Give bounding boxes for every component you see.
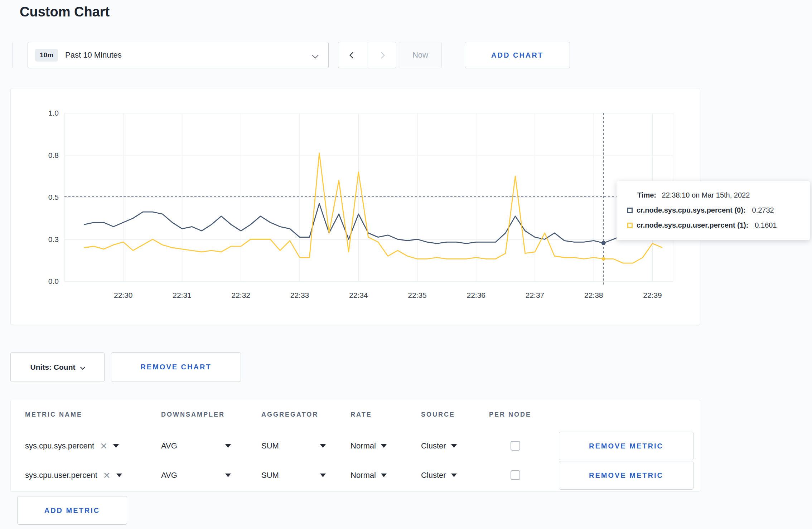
- col-header-per-node: PER NODE: [489, 411, 531, 418]
- series-line-1: [84, 153, 662, 263]
- time-range-badge: 10m: [35, 49, 58, 62]
- timeseries-chart[interactable]: 1.00.80.50.30.022:3022:3122:3222:3322:34…: [11, 106, 684, 306]
- svg-text:0.8: 0.8: [48, 151, 59, 159]
- tooltip-series-value: 0.2732: [752, 206, 774, 214]
- units-dropdown[interactable]: Units: Count: [10, 352, 105, 382]
- chevron-down-icon: [80, 364, 85, 369]
- metric-name-select[interactable]: sys.cpu.user.percent ✕: [25, 461, 122, 490]
- next-range-button[interactable]: [367, 42, 396, 68]
- source-value: Cluster: [421, 441, 446, 451]
- col-header-source: SOURCE: [421, 411, 455, 418]
- aggregator-select[interactable]: SUM: [261, 461, 326, 490]
- rate-select[interactable]: Normal: [351, 461, 387, 490]
- tooltip-time-value: 22:38:10 on Mar 15th, 2022: [662, 191, 750, 199]
- source-select[interactable]: Cluster: [421, 461, 457, 490]
- svg-text:1.0: 1.0: [48, 109, 59, 117]
- add-metric-button[interactable]: ADD METRIC: [17, 496, 127, 525]
- crosshair-dot-1: [602, 257, 605, 261]
- time-range-label: Past 10 Minutes: [65, 50, 122, 60]
- metric-name-value: sys.cpu.sys.percent: [25, 441, 94, 451]
- svg-text:22:38: 22:38: [584, 291, 603, 299]
- chevron-right-icon: [378, 52, 385, 58]
- chevron-down-icon: [312, 52, 318, 58]
- tooltip-series-label: cr.node.sys.cpu.user.percent (1):: [637, 221, 748, 229]
- prev-range-button[interactable]: [338, 42, 367, 68]
- time-range-dropdown[interactable]: 10m Past 10 Minutes: [28, 42, 329, 68]
- toolbar-divider: [12, 43, 13, 68]
- caret-down-icon: [320, 474, 326, 477]
- tooltip-series-value: 0.1601: [755, 221, 777, 229]
- downsampler-value: AVG: [161, 471, 177, 480]
- aggregator-select[interactable]: SUM: [261, 432, 326, 460]
- clear-metric-icon[interactable]: ✕: [100, 442, 107, 451]
- per-node-checkbox[interactable]: [511, 441, 520, 451]
- svg-text:22:34: 22:34: [349, 291, 368, 299]
- time-range-nav: [338, 42, 396, 68]
- tooltip-series-row: cr.node.sys.cpu.user.percent (1): 0.1601: [627, 221, 799, 229]
- svg-text:22:31: 22:31: [173, 291, 192, 299]
- chart-card: 1.00.80.50.30.022:3022:3122:3222:3322:34…: [10, 88, 700, 325]
- per-node-checkbox[interactable]: [511, 470, 520, 480]
- aggregator-value: SUM: [261, 441, 279, 451]
- chart-tooltip: Time: 22:38:10 on Mar 15th, 2022 cr.node…: [617, 181, 810, 240]
- col-header-aggregator: AGGREGATOR: [261, 411, 318, 418]
- svg-text:22:36: 22:36: [467, 291, 485, 299]
- svg-text:22:37: 22:37: [526, 291, 545, 299]
- caret-down-icon: [451, 444, 457, 448]
- metric-name-value: sys.cpu.user.percent: [25, 471, 97, 480]
- table-row: sys.cpu.user.percent ✕ AVG SUM Normal Cl…: [11, 461, 700, 490]
- rate-value: Normal: [351, 471, 376, 480]
- remove-chart-button[interactable]: REMOVE CHART: [111, 352, 241, 382]
- user-series-swatch-icon: [627, 223, 633, 228]
- sys-series-swatch-icon: [627, 208, 633, 213]
- svg-text:22:35: 22:35: [408, 291, 427, 299]
- col-header-rate: RATE: [351, 411, 372, 418]
- aggregator-value: SUM: [261, 471, 279, 480]
- svg-text:0.3: 0.3: [48, 235, 59, 243]
- svg-text:0.0: 0.0: [48, 277, 59, 285]
- caret-down-icon: [113, 444, 119, 448]
- table-row: sys.cpu.sys.percent ✕ AVG SUM Normal Clu…: [11, 432, 700, 460]
- source-value: Cluster: [421, 471, 446, 480]
- rate-select[interactable]: Normal: [351, 432, 387, 460]
- svg-text:22:33: 22:33: [290, 291, 309, 299]
- tooltip-series-label: cr.node.sys.cpu.sys.percent (0):: [637, 206, 746, 214]
- svg-text:0.5: 0.5: [48, 193, 59, 201]
- svg-text:22:30: 22:30: [114, 291, 133, 299]
- caret-down-icon: [116, 474, 122, 477]
- now-button[interactable]: Now: [399, 42, 442, 68]
- remove-metric-button[interactable]: REMOVE METRIC: [559, 432, 693, 460]
- col-header-metric-name: METRIC NAME: [25, 411, 82, 418]
- metrics-table: METRIC NAME DOWNSAMPLER AGGREGATOR RATE …: [10, 400, 700, 492]
- svg-text:22:39: 22:39: [643, 291, 662, 299]
- caret-down-icon: [451, 474, 457, 477]
- page-title: Custom Chart: [20, 4, 110, 20]
- caret-down-icon: [381, 474, 387, 477]
- downsampler-select[interactable]: AVG: [161, 432, 231, 460]
- col-header-downsampler: DOWNSAMPLER: [161, 411, 225, 418]
- crosshair-dot-0: [601, 241, 606, 245]
- remove-metric-button[interactable]: REMOVE METRIC: [559, 461, 693, 490]
- caret-down-icon: [320, 444, 326, 448]
- chart-grid: 1.00.80.50.30.022:3022:3122:3222:3322:34…: [48, 109, 673, 299]
- caret-down-icon: [381, 444, 387, 448]
- caret-down-icon: [225, 444, 231, 448]
- caret-down-icon: [225, 474, 231, 477]
- rate-value: Normal: [351, 441, 376, 451]
- tooltip-time-label: Time:: [637, 191, 656, 199]
- chevron-left-icon: [349, 52, 356, 58]
- crosshair: [64, 113, 673, 286]
- add-chart-button[interactable]: ADD CHART: [465, 42, 570, 68]
- downsampler-value: AVG: [161, 441, 177, 451]
- downsampler-select[interactable]: AVG: [161, 461, 231, 490]
- tooltip-series-row: cr.node.sys.cpu.sys.percent (0): 0.2732: [627, 206, 799, 214]
- svg-text:22:32: 22:32: [231, 291, 250, 299]
- source-select[interactable]: Cluster: [421, 432, 457, 460]
- tooltip-time-row: Time: 22:38:10 on Mar 15th, 2022: [637, 191, 799, 199]
- series-line-0: [84, 204, 662, 244]
- clear-metric-icon[interactable]: ✕: [103, 471, 111, 480]
- metric-name-select[interactable]: sys.cpu.sys.percent ✕: [25, 432, 119, 460]
- units-label: Units: Count: [30, 363, 76, 372]
